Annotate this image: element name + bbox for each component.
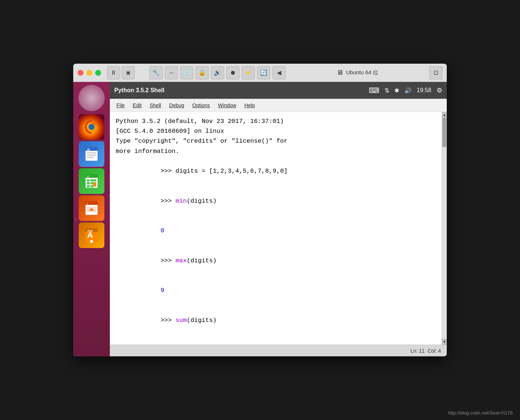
settings-gear-icon[interactable]: ⚙ <box>437 86 442 94</box>
status-ln-col: Ln: 11 Col: 4 <box>411 348 441 354</box>
sidebar-item-firefox[interactable] <box>79 114 104 140</box>
pause-icon: ⏸ <box>111 70 116 76</box>
arrow-button[interactable]: ◀ <box>272 66 286 79</box>
menu-debug[interactable]: Debug <box>166 101 188 110</box>
sort-icon: ⇅ <box>385 87 389 94</box>
svg-rect-14 <box>90 182 93 184</box>
output-sum: 45 <box>116 335 436 345</box>
svg-rect-17 <box>90 185 93 187</box>
svg-rect-13 <box>87 182 90 184</box>
volume-icon: 🔊 <box>214 69 221 76</box>
keyboard-icon[interactable]: ⌨ <box>369 86 379 95</box>
disk-icon: 💿 <box>183 69 190 76</box>
cmd-max: >>> max(digits) <box>116 245 436 275</box>
usb-button[interactable]: ⚡ <box>242 66 255 79</box>
cmd-sum: >>> sum(digits) <box>116 305 436 335</box>
volume-button[interactable]: 🔊 <box>211 66 224 79</box>
scrollbar-up-arrow[interactable]: ▲ <box>442 112 447 118</box>
output-line3: Type "copyright", "credits" or "license(… <box>116 136 436 146</box>
svg-point-26 <box>90 240 93 243</box>
title-bar: ⏸ ▣ 🔧 ↔ 💿 🔒 🔊 ⏺ <box>73 64 447 82</box>
shell-area: Python 3.5.2 Shell ⌨ ⇅ ✱ 🔊 19:58 ⚙ File … <box>110 82 447 356</box>
capture-button[interactable]: ⏺ <box>226 66 239 79</box>
wrench-icon: 🔧 <box>152 69 160 76</box>
main-body: W C <box>73 82 447 356</box>
output-line2: [GCC 5.4.0 20160609] on linux <box>116 126 436 136</box>
menu-shell[interactable]: Shell <box>146 101 165 110</box>
sidebar: W C <box>73 82 110 356</box>
menu-window[interactable]: Window <box>214 101 240 110</box>
lock-button[interactable]: 🔒 <box>196 66 209 79</box>
bluetooth-icon: ✱ <box>394 87 399 94</box>
fullscreen-icon: ⊡ <box>434 69 438 76</box>
svg-rect-12 <box>93 179 96 181</box>
svg-text:W: W <box>87 148 90 151</box>
shell-content-wrapper: Python 3.5.2 (default, Nov 23 2017, 16:3… <box>110 112 447 345</box>
svg-text:C: C <box>87 175 89 178</box>
shell-content[interactable]: Python 3.5.2 (default, Nov 23 2017, 16:3… <box>110 112 442 345</box>
output-max: 9 <box>116 275 436 305</box>
lock-icon: 🔒 <box>198 69 206 76</box>
record-button[interactable]: ▣ <box>122 66 135 79</box>
maximize-button[interactable] <box>95 70 101 76</box>
menu-options[interactable]: Options <box>189 101 213 110</box>
svg-rect-11 <box>90 179 93 181</box>
svg-rect-16 <box>87 185 90 187</box>
svg-text:I: I <box>87 202 88 205</box>
audio-icon: 🔊 <box>404 87 412 94</box>
refresh-button[interactable]: 🔄 <box>257 66 270 79</box>
svg-rect-15 <box>93 182 96 187</box>
window-controls <box>78 70 101 76</box>
watermark: http://blog.csdn.net/SeanYi178 <box>448 410 513 416</box>
arrow-icon: ◀ <box>277 69 281 76</box>
shell-header-controls: ⌨ ⇅ ✱ 🔊 19:58 ⚙ <box>369 86 442 95</box>
svg-rect-10 <box>87 179 90 181</box>
window-title: 🖥 Ubuntu 64 位 <box>286 69 429 76</box>
network-button[interactable]: ↔ <box>165 66 178 79</box>
output-line4: more information. <box>116 146 436 156</box>
sidebar-collapse-arrow[interactable] <box>73 215 78 223</box>
sidebar-item-impress[interactable]: I <box>79 195 104 221</box>
output-line1: Python 3.5.2 (default, Nov 23 2017, 16:3… <box>116 116 436 126</box>
main-window: ⏸ ▣ 🔧 ↔ 💿 🔒 🔊 ⏺ <box>73 64 447 356</box>
arrows-icon: ↔ <box>168 70 174 76</box>
shell-title: Python 3.5.2 Shell <box>114 87 164 94</box>
scrollbar-thumb[interactable] <box>442 118 446 147</box>
camera-icon: ⏺ <box>230 70 236 76</box>
fullscreen-button[interactable]: ⊡ <box>429 66 442 79</box>
scrollbar[interactable]: ▲ ▼ <box>442 112 447 345</box>
cmd-min: >>> min(digits) <box>116 186 436 216</box>
sidebar-top-logo <box>78 85 105 111</box>
record-icon: ▣ <box>126 70 130 75</box>
sidebar-item-appstore[interactable]: A App <box>79 222 104 248</box>
usb-icon: ⚡ <box>245 69 252 76</box>
clock: 19:58 <box>417 87 431 94</box>
minimize-button[interactable] <box>86 70 92 76</box>
sidebar-item-calc[interactable]: C <box>79 168 104 194</box>
pause-button[interactable]: ⏸ <box>107 66 120 79</box>
sidebar-item-writer[interactable]: W <box>79 141 104 167</box>
output-min: 0 <box>116 216 436 246</box>
menu-edit[interactable]: Edit <box>129 101 145 110</box>
cmd-digits: >>> digits = [1,2,3,4,5,6,7,8,9,0] <box>116 156 436 186</box>
scrollbar-down-arrow[interactable]: ▼ <box>442 339 447 345</box>
svg-text:App: App <box>87 229 93 232</box>
status-bar: Ln: 11 Col: 4 <box>110 345 447 356</box>
close-button[interactable] <box>78 70 83 76</box>
shell-header: Python 3.5.2 Shell ⌨ ⇅ ✱ 🔊 19:58 ⚙ <box>110 82 447 99</box>
firefox-icon <box>82 118 101 136</box>
writer-icon: W <box>82 145 101 163</box>
menu-bar: File Edit Shell Debug Options Window Hel… <box>110 99 447 112</box>
impress-icon: I <box>82 199 101 217</box>
svg-point-1 <box>89 124 94 130</box>
appstore-icon: A App <box>82 226 101 244</box>
menu-help[interactable]: Help <box>241 101 259 110</box>
refresh-icon: 🔄 <box>260 69 267 76</box>
disk-button[interactable]: 💿 <box>180 66 193 79</box>
settings-button[interactable]: 🔧 <box>149 66 163 79</box>
scrollbar-track[interactable] <box>442 118 447 339</box>
menu-file[interactable]: File <box>113 101 129 110</box>
calc-icon: C <box>82 172 101 190</box>
